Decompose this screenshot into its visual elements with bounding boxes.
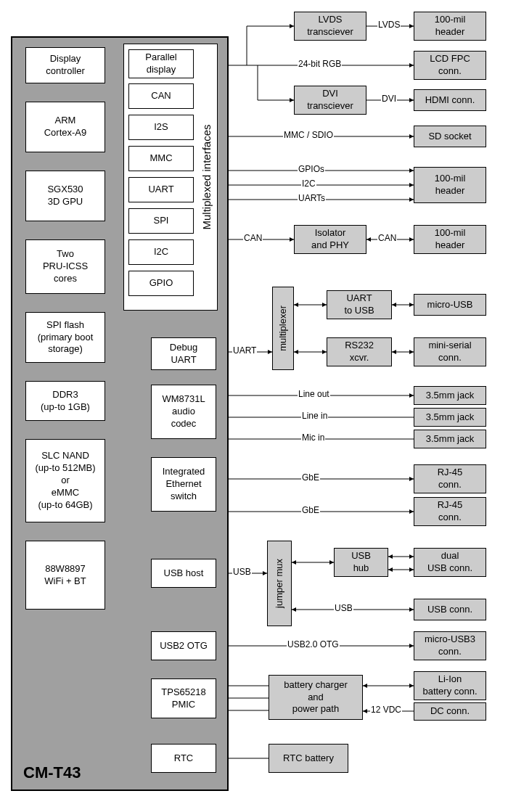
jumper-mux: jumper mux [267,541,292,626]
iface-gpio: GPIO [128,271,194,296]
iface-i2s: I2S [128,115,194,140]
pru-cores: TwoPRU-ICSScores [25,239,105,294]
iface-pmic: TPS65218PMIC [151,678,216,718]
mux-label: Multiplexed interfaces [200,124,213,229]
lcd-fpc-conn: LCD FPCconn. [414,51,486,80]
label-usb2-otg: USB2.0 OTG [287,639,340,649]
rs232-xcvr: RS232xcvr. [327,337,392,366]
iface-mmc: MMC [128,146,194,171]
label-line-out: Line out [298,389,330,399]
arm-cpu: ARMCortex-A9 [25,102,105,152]
micro-usb: micro-USB [414,294,486,316]
spi-flash: SPI flash(primary bootstorage) [25,312,105,363]
lvds-transceiver: LVDStransciever [294,12,366,41]
sd-socket: SD socket [414,126,486,147]
iface-i2c: I2C [128,239,194,265]
jack-mic-in: 3.5mm jack [414,430,486,448]
iface-rtc: RTC [151,744,216,773]
label-i2c: I2C [301,179,316,189]
hdmi-conn: HDMI conn. [414,89,486,111]
label-uarts: UARTs [298,193,326,203]
battery-charger: battery chargerandpower path [269,675,363,720]
label-can2: CAN [377,233,397,243]
uart-multiplexer: multiplexer [272,287,294,370]
iface-parallel-display: Paralleldisplay [128,49,194,78]
li-ion-conn: Li-Ionbattery conn. [414,671,486,700]
label-line-in: Line in [301,411,328,421]
iface-can: CAN [128,83,194,109]
label-usb2: USB [334,603,353,613]
label-mic-in: Mic in [301,432,325,443]
iface-usb2-otg: USB2 OTG [151,631,216,660]
gpu: SGX5303D GPU [25,171,105,221]
usb-conn: USB conn. [414,599,486,620]
usb-hub: USBhub [334,548,388,577]
label-12vdc: 12 VDC [370,705,402,715]
jack-line-out: 3.5mm jack [414,386,486,405]
label-uart: UART [232,345,257,356]
rtc-battery: RTC battery [269,744,348,773]
micro-usb3-conn: micro-USB3conn. [414,631,486,660]
display-controller: Displaycontroller [25,47,105,83]
header-1: 100-milheader [414,12,486,41]
header-3: 100-milheader [414,225,486,254]
label-dvi: DVI [381,94,397,104]
label-lvds: LVDS [377,20,401,30]
mini-serial-conn: mini-serialconn. [414,337,486,366]
iface-uart: UART [128,177,194,202]
header-2: 100-milheader [414,167,486,203]
isolator-phy: Isolatorand PHY [294,225,366,254]
nand-emmc: SLC NAND(up-to 512MB)oreMMC(up-to 64GB) [25,439,105,522]
iface-spi: SPI [128,208,194,234]
rj45-1: RJ-45conn. [414,464,486,493]
label-rgb: 24-bit RGB [298,59,342,69]
wifi-bt: 88W8897WiFi + BT [25,541,105,610]
chip-label: CM-T43 [23,763,81,782]
jack-line-in: 3.5mm jack [414,408,486,427]
ddr3: DDR3(up-to 1GB) [25,381,105,421]
iface-audio-codec: WM8731Laudiocodec [151,385,216,439]
iface-debug-uart: DebugUART [151,337,216,370]
label-usb: USB [232,567,252,577]
dc-conn: DC conn. [414,702,486,721]
uart-to-usb: UARTto USB [327,290,392,319]
iface-usb-host: USB host [151,559,216,588]
iface-eth-switch: IntegratedEthernetswitch [151,457,216,512]
label-gbe2: GbE [301,505,320,515]
label-gbe1: GbE [301,472,320,483]
label-mmc-sdio: MMC / SDIO [283,130,334,140]
dvi-transceiver: DVItransciever [294,86,366,115]
dual-usb-conn: dualUSB conn. [414,548,486,577]
label-gpios: GPIOs [298,164,325,174]
rj45-2: RJ-45conn. [414,497,486,526]
label-can: CAN [243,233,263,243]
